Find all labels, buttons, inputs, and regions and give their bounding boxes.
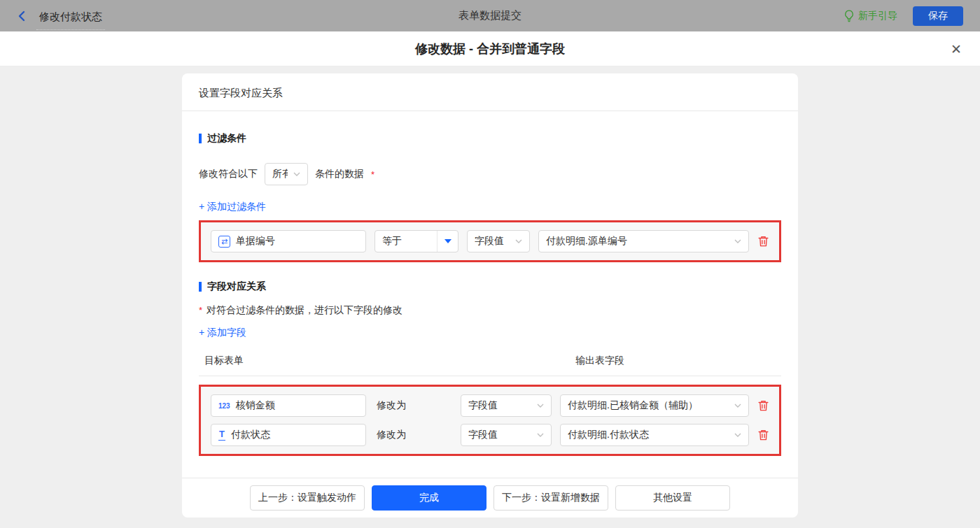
chevron-down-icon <box>734 404 741 408</box>
chevron-down-icon <box>734 239 741 243</box>
mapping-column-headers: 目标表单 输出表字段 <box>199 355 781 376</box>
operator-caret-button[interactable] <box>437 231 458 252</box>
sentence-prefix: 修改符合以下 <box>199 168 258 180</box>
mapping-note: * 对符合过滤条件的数据，进行以下字段的修改 <box>199 304 781 317</box>
output-field-select[interactable]: 付款明细.已核销金额（辅助） <box>560 394 749 417</box>
chevron-down-icon <box>537 433 544 437</box>
beginner-guide-link[interactable]: 新手引导 <box>844 10 897 22</box>
guide-label: 新手引导 <box>858 10 897 22</box>
trash-icon <box>757 235 769 248</box>
filter-condition-row: ⇄ 单据编号 等于 字段值 付款明细.源单编号 <box>211 230 769 252</box>
number-field-icon: 123 <box>218 402 230 410</box>
workflow-title[interactable]: 修改付款状态 <box>36 2 105 30</box>
filter-section-title: 过滤条件 <box>199 132 781 145</box>
output-field-header: 输出表字段 <box>575 355 624 367</box>
required-mark: * <box>371 169 374 180</box>
topbar: 修改付款状态 表单数据提交 新手引导 保存 <box>0 0 980 31</box>
field-mapping-row: T 付款状态 修改为 字段值 付款明细.付款状态 <box>211 424 769 446</box>
match-mode-select[interactable]: 所有 <box>265 163 308 185</box>
target-field-select[interactable]: 123 核销金额 <box>211 394 366 417</box>
condition-value-type-select[interactable]: 字段值 <box>467 230 530 252</box>
text-field-icon: T <box>218 429 225 440</box>
panel-title: 设置字段对应关系 <box>182 73 798 111</box>
add-filter-condition-link[interactable]: + 添加过滤条件 <box>199 201 266 213</box>
mapping-panel: 设置字段对应关系 过滤条件 修改符合以下 所有 条件的数据 * + 添加过滤条件 <box>182 73 798 518</box>
back-icon[interactable] <box>17 10 27 22</box>
modal-header: 修改数据 - 合并到普通字段 ✕ <box>0 31 980 66</box>
operator-select[interactable]: 等于 <box>374 230 458 252</box>
done-button[interactable]: 完成 <box>372 485 486 511</box>
value-type-select[interactable]: 字段值 <box>461 394 552 417</box>
target-field-label: 核销金额 <box>236 399 275 412</box>
prev-step-button[interactable]: 上一步：设置触发动作 <box>250 485 365 511</box>
caret-down-icon <box>444 239 451 243</box>
chevron-down-icon <box>293 172 300 176</box>
delete-condition-button[interactable] <box>757 235 769 248</box>
condition-value-select[interactable]: 付款明细.源单编号 <box>538 230 749 252</box>
next-step-button[interactable]: 下一步：设置新增数据 <box>493 485 608 511</box>
modal-body: 设置字段对应关系 过滤条件 修改符合以下 所有 条件的数据 * + 添加过滤条件 <box>0 66 980 528</box>
add-field-link[interactable]: + 添加字段 <box>199 327 246 339</box>
value-type-select[interactable]: 字段值 <box>461 424 552 446</box>
sentence-suffix: 条件的数据 <box>315 168 364 180</box>
condition-field-select[interactable]: ⇄ 单据编号 <box>211 230 366 252</box>
target-field-select[interactable]: T 付款状态 <box>211 424 366 446</box>
chevron-down-icon <box>515 239 522 243</box>
field-mapping-row: 123 核销金额 修改为 字段值 付款明细.已核销金额（辅助） <box>211 394 769 417</box>
target-field-label: 付款状态 <box>231 429 270 441</box>
target-form-header: 目标表单 <box>204 355 575 367</box>
other-settings-button[interactable]: 其他设置 <box>615 485 730 511</box>
filter-match-sentence: 修改符合以下 所有 条件的数据 * <box>199 163 781 185</box>
save-button[interactable]: 保存 <box>913 6 963 26</box>
trigger-title: 表单数据提交 <box>458 9 522 22</box>
required-mark: * <box>199 305 202 315</box>
delete-mapping-button[interactable] <box>757 429 769 441</box>
chevron-down-icon <box>734 433 741 437</box>
section-bar <box>199 134 202 143</box>
close-icon[interactable]: ✕ <box>951 42 962 55</box>
delete-mapping-button[interactable] <box>757 399 769 412</box>
trash-icon <box>757 399 769 412</box>
modal-title: 修改数据 - 合并到普通字段 <box>415 41 565 57</box>
serial-number-field-icon: ⇄ <box>218 236 230 248</box>
modify-to-label: 修改为 <box>377 399 406 412</box>
trash-icon <box>757 429 769 441</box>
field-mapping-highlight: 123 核销金额 修改为 字段值 付款明细.已核销金额（辅助） <box>199 385 781 456</box>
panel-footer: 上一步：设置触发动作 完成 下一步：设置新增数据 其他设置 <box>182 478 798 518</box>
mapping-section-title: 字段对应关系 <box>199 280 781 293</box>
lightbulb-icon <box>844 10 854 22</box>
section-bar <box>199 282 202 292</box>
condition-field-label: 单据编号 <box>236 235 275 248</box>
output-field-select[interactable]: 付款明细.付款状态 <box>560 424 749 446</box>
modify-to-label: 修改为 <box>377 429 406 441</box>
filter-condition-highlight: ⇄ 单据编号 等于 字段值 付款明细.源单编号 <box>199 220 781 262</box>
chevron-down-icon <box>537 404 544 408</box>
